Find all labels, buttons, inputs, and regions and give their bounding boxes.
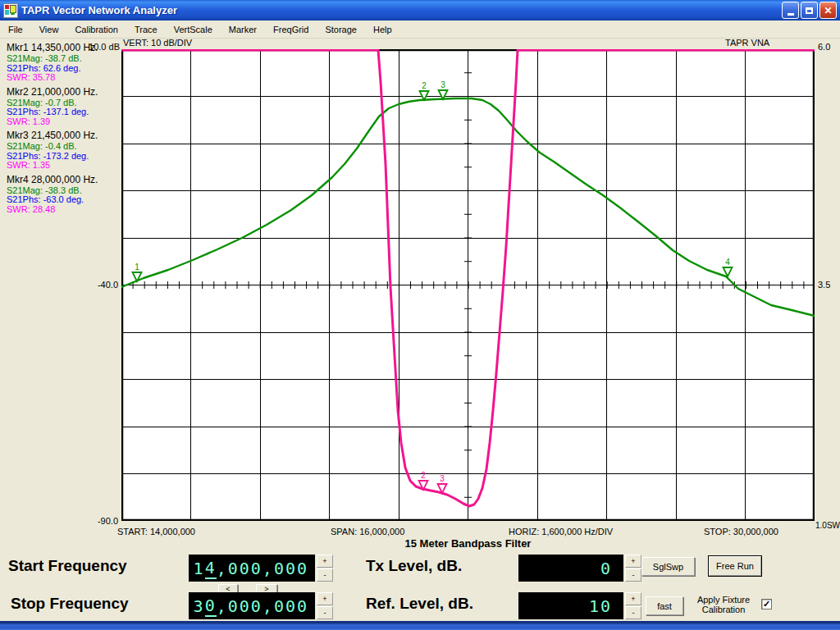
start-frequency-pre: 1 — [194, 559, 205, 578]
y-axis-bottom-db: -90.0 — [85, 516, 118, 526]
stop-frequency-pre: 3 — [194, 596, 205, 616]
title-bar[interactable]: TAPR Vector Network Analyzer ✕ — [0, 0, 840, 21]
tx-level-label: Tx Level, dB. — [366, 557, 462, 575]
swr-axis-top: 6.0 — [818, 42, 830, 52]
stop-frequency-cursor-digit: 0 — [205, 596, 217, 617]
start-frequency-post: ,000,000 — [217, 559, 308, 578]
x-axis-horiz: HORIZ: 1,600,000 Hz/DIV — [509, 527, 613, 536]
menu-storage[interactable]: Storage — [317, 21, 365, 38]
ref-level-display[interactable]: 10 — [518, 592, 623, 619]
stop-frequency-post: ,000,000 — [217, 596, 308, 616]
s21mag-readout: S21Mag: -0.4 dB. — [7, 142, 120, 152]
menu-bar: FileViewCalibrationTraceVertScaleMarkerF… — [0, 21, 840, 39]
stop-frequency-decrement-button[interactable]: - — [317, 606, 333, 619]
menu-vertscale[interactable]: VertScale — [166, 21, 221, 38]
app-window: TAPR Vector Network Analyzer ✕ FileViewC… — [0, 0, 840, 630]
stop-frequency-label: Stop Frequency — [11, 595, 129, 613]
brand-label: TAPR VNA — [725, 38, 769, 48]
trace-marker-number-3: 3 — [440, 474, 445, 483]
swr-readout: SWR: 28.48 — [7, 205, 120, 215]
maximize-button[interactable] — [801, 2, 818, 19]
single-sweep-button[interactable]: SglSwp — [641, 557, 695, 576]
ref-level-decrement-button[interactable]: - — [625, 606, 641, 619]
menu-freqgrid[interactable]: FreqGrid — [265, 21, 317, 38]
trace-marker-number-3: 3 — [441, 80, 445, 89]
stop-frequency-increment-button[interactable]: + — [317, 592, 333, 605]
stop-frequency-display[interactable]: 30,000,000 — [189, 592, 315, 619]
y-axis-top-db: 10.0 dB — [85, 42, 120, 52]
marker-frequency: Mkr3 21,450,000 Hz. — [7, 130, 120, 140]
trace-marker-number-2: 2 — [422, 81, 427, 90]
ref-level-value: 10 — [589, 596, 612, 616]
ref-level-label: Ref. Level, dB. — [366, 595, 473, 613]
apply-fixture-calibration-checkbox[interactable]: ✓ — [761, 599, 772, 609]
marker-readout-Mkr3: Mkr3 21,450,000 Hz.S21Mag: -0.4 dB.S21Ph… — [7, 130, 120, 171]
y-axis-mid-db: -40.0 — [85, 280, 118, 290]
app-icon — [3, 3, 18, 18]
x-axis-span: SPAN: 16,000,000 — [331, 527, 404, 536]
x-axis-start: START: 14,000,000 — [117, 527, 195, 536]
marker-readout-Mkr4: Mkr4 28,000,000 Hz.S21Mag: -38.3 dB.S21P… — [7, 175, 120, 215]
ref-level-increment-button[interactable]: + — [625, 592, 641, 605]
trace-marker-number-1: 1 — [135, 262, 139, 272]
menu-marker[interactable]: Marker — [221, 21, 265, 38]
trace-marker-number-4: 4 — [725, 258, 730, 267]
swr-axis-bottom: 1.0SWR — [815, 521, 840, 530]
marker-readout-panel: Mkr1 14,350,000 Hz.S21Mag: -38.7 dB.S21P… — [7, 43, 120, 218]
tx-level-increment-button[interactable]: + — [625, 555, 641, 568]
s21mag-readout: S21Mag: -38.7 dB. — [7, 54, 120, 64]
vert-scale-label: VERT: 10 dB/DIV — [123, 38, 192, 48]
menu-trace[interactable]: Trace — [126, 21, 166, 38]
s21phs-readout: S21Phs: -137.1 deg. — [7, 107, 120, 117]
fast-button[interactable]: fast — [646, 596, 683, 615]
swr-readout: SWR: 35.78 — [7, 73, 120, 83]
menu-view[interactable]: View — [31, 21, 67, 38]
close-button[interactable]: ✕ — [819, 2, 837, 19]
graph-caption: 15 Meter Bandpass Filter — [121, 537, 815, 550]
trace-marker-number-2: 2 — [421, 471, 426, 480]
window-title: TAPR Vector Network Analyzer — [21, 4, 782, 16]
start-frequency-cursor-digit: 4 — [205, 558, 217, 579]
marker-readout-Mkr2: Mkr2 21,000,000 Hz.S21Mag: -0.7 dB.S21Ph… — [7, 87, 120, 127]
start-frequency-display[interactable]: 14,000,000 — [189, 555, 315, 582]
menu-help[interactable]: Help — [365, 21, 400, 38]
apply-fixture-line1: Apply Fixture — [697, 595, 750, 605]
tx-level-decrement-button[interactable]: - — [625, 568, 641, 582]
swr-readout: SWR: 1.39 — [7, 117, 120, 127]
marker-frequency: Mkr4 28,000,000 Hz. — [7, 175, 120, 185]
free-run-button[interactable]: Free Run — [709, 556, 761, 576]
start-frequency-label: Start Frequency — [8, 557, 127, 575]
taskbar-edge — [0, 621, 840, 630]
swr-axis-mid: 3.5 — [818, 280, 830, 290]
menu-file[interactable]: File — [0, 21, 31, 38]
x-axis-stop: STOP: 30,000,000 — [704, 527, 778, 536]
tx-level-value: 0 — [600, 559, 612, 578]
start-frequency-decrement-button[interactable]: - — [317, 568, 333, 582]
graph-canvas[interactable]: 123423 — [121, 49, 815, 521]
menu-calibration[interactable]: Calibration — [66, 21, 126, 38]
start-frequency-increment-button[interactable]: + — [317, 555, 333, 568]
apply-fixture-line2: Calibration — [702, 605, 746, 614]
swr-readout: SWR: 1.35 — [7, 161, 120, 171]
marker-frequency: Mkr2 21,000,000 Hz. — [7, 87, 120, 97]
s21phs-readout: S21Phs: -63.0 deg. — [7, 195, 120, 205]
tx-level-display[interactable]: 0 — [518, 555, 623, 582]
apply-fixture-calibration-label: Apply Fixture Calibration — [689, 596, 758, 614]
minimize-button[interactable] — [782, 2, 799, 19]
